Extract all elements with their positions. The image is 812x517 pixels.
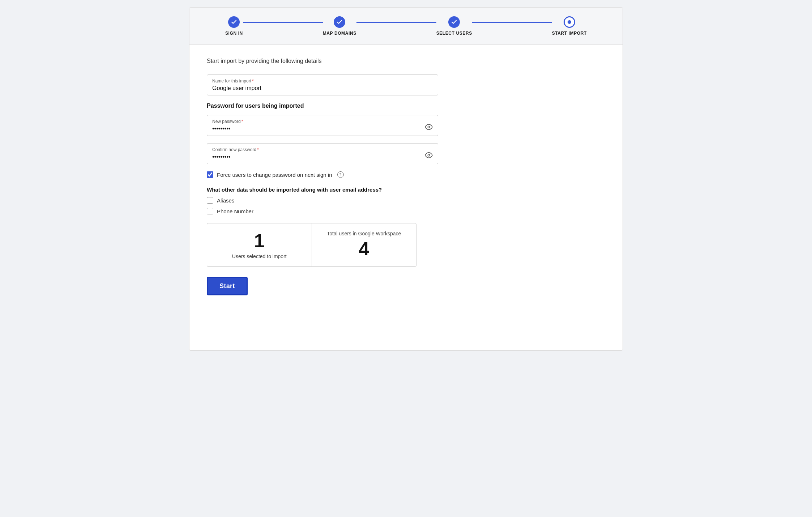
force-change-row: Force users to change password on next s… — [207, 171, 605, 178]
confirm-password-field: Confirm new password* — [207, 143, 605, 164]
main-content: Start import by providing the following … — [189, 45, 623, 308]
new-password-label: New password* — [212, 119, 433, 124]
total-users-count: 4 — [359, 239, 369, 259]
confirm-password-wrapper: Confirm new password* — [207, 143, 438, 164]
page-wrapper: SIGN IN MAP DOMAINS — [189, 7, 623, 351]
step-label-sign-in: SIGN IN — [225, 31, 243, 36]
step-circle-start-import — [564, 16, 575, 28]
force-change-label[interactable]: Force users to change password on next s… — [217, 172, 332, 178]
toggle-new-password-icon[interactable] — [425, 123, 433, 133]
svg-point-1 — [428, 154, 430, 157]
import-name-label: Name for this import* — [212, 78, 433, 84]
aliases-checkbox[interactable] — [207, 197, 213, 204]
page-subtitle: Start import by providing the following … — [207, 58, 605, 64]
force-change-checkbox[interactable] — [207, 171, 213, 178]
step-map-domains: MAP DOMAINS — [323, 16, 356, 36]
step-line-3 — [472, 22, 552, 23]
aliases-label[interactable]: Aliases — [217, 197, 234, 204]
toggle-confirm-password-icon[interactable] — [425, 151, 433, 161]
import-name-wrapper: Name for this import* — [207, 74, 438, 95]
start-button[interactable]: Start — [207, 277, 248, 295]
aliases-row: Aliases — [207, 197, 605, 204]
step-label-select-users: SELECT USERS — [436, 31, 472, 36]
import-name-input[interactable] — [212, 85, 433, 91]
step-label-map-domains: MAP DOMAINS — [323, 31, 356, 36]
users-selected-label: Users selected to import — [232, 253, 287, 259]
new-password-wrapper: New password* — [207, 115, 438, 136]
confirm-password-input[interactable] — [212, 154, 433, 160]
step-select-users: SELECT USERS — [436, 16, 472, 36]
import-name-field: Name for this import* — [207, 74, 605, 95]
step-circle-select-users — [448, 16, 460, 28]
stats-row: 1 Users selected to import Total users i… — [207, 223, 416, 267]
step-label-start-import: START IMPORT — [552, 31, 587, 36]
step-sign-in: SIGN IN — [225, 16, 243, 36]
force-change-help-icon[interactable]: ? — [337, 171, 344, 178]
new-password-field: New password* — [207, 115, 605, 136]
stepper: SIGN IN MAP DOMAINS — [189, 8, 623, 45]
phone-row: Phone Number — [207, 208, 605, 214]
stepper-inner: SIGN IN MAP DOMAINS — [225, 16, 587, 36]
step-start-import: START IMPORT — [552, 16, 587, 36]
step-circle-map-domains — [334, 16, 345, 28]
data-section-title: What other data should be imported along… — [207, 187, 605, 193]
step-line-1 — [243, 22, 323, 23]
total-users-box: Total users in Google Workspace 4 — [312, 223, 416, 266]
users-selected-count: 1 — [254, 231, 265, 251]
new-password-input[interactable] — [212, 125, 433, 132]
total-users-label: Total users in Google Workspace — [327, 231, 401, 236]
phone-label[interactable]: Phone Number — [217, 208, 253, 214]
password-section-title: Password for users being imported — [207, 103, 605, 109]
step-line-2 — [356, 22, 436, 23]
phone-checkbox[interactable] — [207, 208, 213, 214]
step-circle-sign-in — [228, 16, 240, 28]
users-selected-box: 1 Users selected to import — [207, 223, 312, 266]
confirm-password-label: Confirm new password* — [212, 147, 433, 152]
svg-point-0 — [428, 126, 430, 128]
